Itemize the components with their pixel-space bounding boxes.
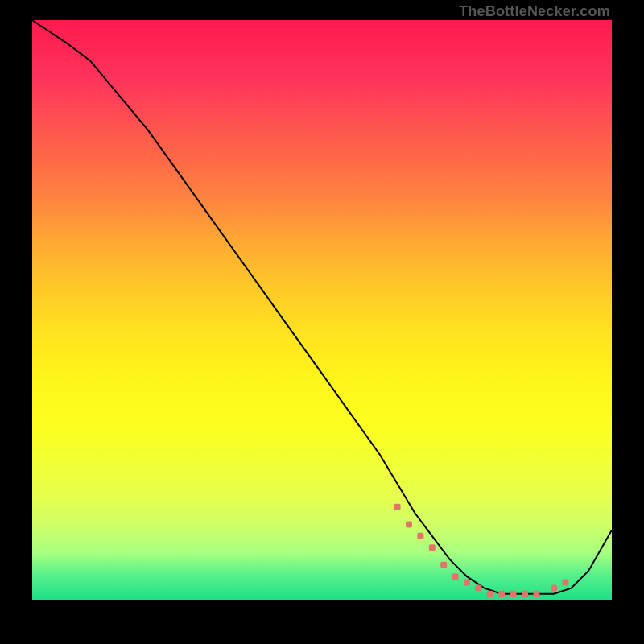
bottleneck-curve (32, 20, 612, 594)
valley-marker (510, 591, 517, 597)
plot-area (32, 20, 612, 600)
curve-layer (32, 20, 612, 600)
chart-stage: TheBottleNecker.com (0, 0, 644, 644)
attribution-label: TheBottleNecker.com (459, 3, 610, 20)
valley-marker (487, 591, 493, 597)
marker-group (394, 504, 569, 597)
valley-marker (406, 521, 412, 527)
valley-marker (522, 591, 528, 597)
valley-marker (475, 585, 481, 592)
valley-marker (440, 562, 447, 568)
valley-marker (417, 533, 423, 539)
valley-marker (452, 573, 459, 580)
valley-marker (498, 591, 505, 597)
valley-marker (551, 585, 557, 592)
valley-marker (464, 579, 470, 585)
valley-marker (429, 544, 436, 551)
valley-marker (394, 504, 401, 510)
valley-marker (562, 579, 568, 585)
valley-marker (533, 591, 539, 597)
